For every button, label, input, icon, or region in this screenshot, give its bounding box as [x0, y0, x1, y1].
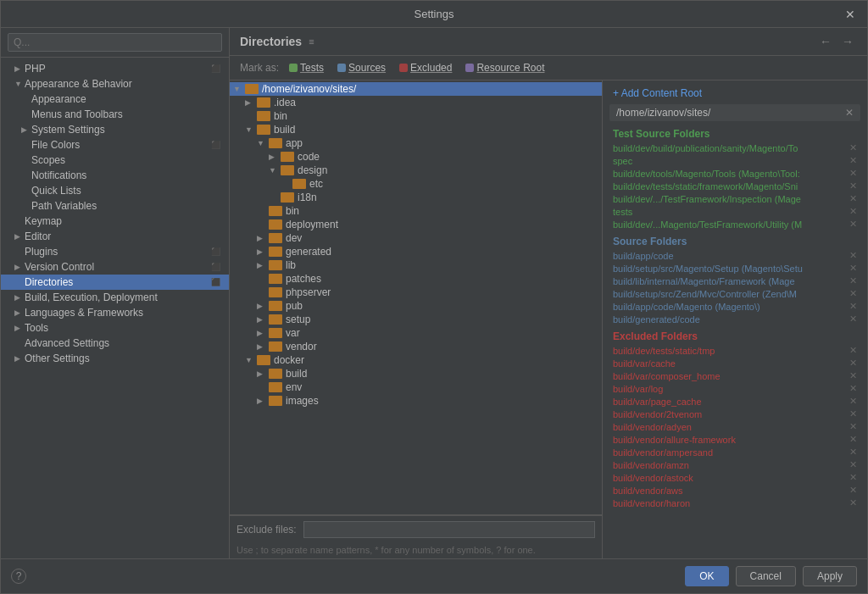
expand-chevron: ▶: [14, 354, 25, 363]
remove-folder-button[interactable]: ✕: [849, 250, 857, 261]
ok-button[interactable]: OK: [685, 566, 728, 586]
exclude-files-label: Exclude files:: [236, 524, 297, 536]
help-button[interactable]: ?: [11, 569, 26, 584]
file-tree-item[interactable]: ▼ app: [230, 136, 602, 150]
file-tree-item[interactable]: ▶ dev: [230, 231, 602, 245]
file-tree-item[interactable]: ▶ .idea: [230, 96, 602, 109]
apply-button[interactable]: Apply: [803, 566, 857, 586]
file-tree-item[interactable]: bin: [230, 109, 602, 123]
search-input[interactable]: [8, 33, 222, 52]
file-tree-item[interactable]: ▶ images: [230, 394, 602, 408]
remove-folder-button[interactable]: ✕: [849, 421, 857, 432]
remove-folder-button[interactable]: ✕: [849, 275, 857, 286]
file-tree-item[interactable]: ▶ vendor: [230, 340, 602, 353]
remove-folder-button[interactable]: ✕: [849, 383, 857, 394]
remove-folder-button[interactable]: ✕: [849, 447, 857, 458]
sidebar-item-advanced-settings[interactable]: Advanced Settings: [1, 336, 229, 351]
excluded-folder-item: build/vendor/2tvenom ✕: [606, 408, 864, 420]
remove-folder-button[interactable]: ✕: [849, 459, 857, 470]
sidebar-item-quick-lists[interactable]: Quick Lists: [1, 183, 229, 198]
sidebar-item-appearance-behavior[interactable]: ▼ Appearance & Behavior: [1, 76, 229, 92]
excluded-folder-item: build/vendor/aws ✕: [606, 484, 864, 497]
file-tree-item[interactable]: ▶ build: [230, 367, 602, 380]
close-button[interactable]: ✕: [842, 6, 859, 23]
remove-folder-button[interactable]: ✕: [849, 434, 857, 445]
mark-as-excluded-button[interactable]: Excluded: [396, 61, 455, 75]
remove-folder-button[interactable]: ✕: [849, 193, 857, 204]
sidebar-item-editor[interactable]: ▶ Editor: [1, 229, 229, 244]
panel-menu-icon[interactable]: ≡: [309, 36, 314, 47]
remove-folder-button[interactable]: ✕: [849, 288, 857, 299]
sidebar-item-menus-toolbars[interactable]: Menus and Toolbars: [1, 107, 229, 122]
file-tree-item[interactable]: ▶ pub: [230, 299, 602, 313]
source-folder-item: build/setup/src/Magento/Setup (Magento\S…: [606, 262, 864, 275]
mark-as-label: Mark as:: [240, 62, 279, 74]
nav-forward-button[interactable]: →: [838, 35, 857, 48]
expand-chevron: ▶: [269, 153, 281, 161]
file-tree-root[interactable]: ▼ /home/izivanov/sites/: [230, 82, 602, 96]
file-tree-item[interactable]: i18n: [230, 191, 602, 204]
remove-folder-button[interactable]: ✕: [849, 472, 857, 483]
remove-folder-button[interactable]: ✕: [849, 497, 857, 508]
remove-folder-button[interactable]: ✕: [849, 485, 857, 496]
folder-icon: [269, 260, 282, 270]
file-tree-item[interactable]: patches: [230, 272, 602, 286]
file-tree-item[interactable]: ▶ generated: [230, 245, 602, 258]
remove-folder-button[interactable]: ✕: [849, 314, 857, 325]
split-area: ▼ /home/izivanov/sites/ ▶ .idea: [230, 80, 867, 558]
sidebar-item-system-settings[interactable]: ▶ System Settings: [1, 122, 229, 137]
remove-folder-button[interactable]: ✕: [849, 219, 857, 230]
sidebar-item-notifications[interactable]: Notifications: [1, 168, 229, 183]
remove-folder-button[interactable]: ✕: [849, 396, 857, 407]
file-tree-item[interactable]: ▶ setup: [230, 313, 602, 326]
remove-folder-button[interactable]: ✕: [849, 142, 857, 153]
sidebar-item-build-exec-deploy[interactable]: ▶ Build, Execution, Deployment: [1, 290, 229, 305]
sidebar-item-appearance[interactable]: Appearance: [1, 92, 229, 107]
file-tree-item[interactable]: phpserver: [230, 286, 602, 299]
source-folder-item: build/setup/src/Zend/Mvc/Controller (Zen…: [606, 287, 864, 300]
sidebar-item-php[interactable]: ▶ PHP ⬛: [1, 61, 229, 76]
file-tree-item[interactable]: deployment: [230, 218, 602, 231]
mark-as-tests-button[interactable]: Tests: [286, 61, 327, 75]
sidebar-item-other-settings[interactable]: ▶ Other Settings: [1, 351, 229, 366]
remove-folder-button[interactable]: ✕: [849, 206, 857, 217]
file-item-label: var: [286, 327, 300, 339]
content-root-remove-button[interactable]: ✕: [845, 107, 854, 119]
sidebar-item-keymap[interactable]: Keymap: [1, 214, 229, 229]
file-tree-item[interactable]: etc: [230, 177, 602, 191]
remove-folder-button[interactable]: ✕: [849, 345, 857, 356]
mark-as-resource-root-button[interactable]: Resource Root: [462, 61, 548, 75]
file-tree-item[interactable]: ▼ docker: [230, 353, 602, 367]
sidebar-item-directories[interactable]: Directories ⬛: [1, 275, 229, 290]
sidebar-item-tools[interactable]: ▶ Tools: [1, 320, 229, 336]
cancel-button[interactable]: Cancel: [736, 566, 796, 586]
file-tree-item[interactable]: env: [230, 380, 602, 394]
remove-folder-button[interactable]: ✕: [849, 370, 857, 381]
sidebar-item-languages-frameworks[interactable]: ▶ Languages & Frameworks: [1, 305, 229, 320]
sidebar-item-file-colors[interactable]: File Colors ⬛: [1, 137, 229, 153]
file-tree-item[interactable]: bin: [230, 204, 602, 218]
mark-as-sources-button[interactable]: Sources: [334, 61, 389, 75]
remove-folder-button[interactable]: ✕: [849, 301, 857, 312]
remove-folder-button[interactable]: ✕: [849, 168, 857, 179]
remove-folder-button[interactable]: ✕: [849, 358, 857, 369]
folder-icon: [257, 111, 270, 121]
remove-folder-button[interactable]: ✕: [849, 263, 857, 274]
add-content-root-button[interactable]: + Add Content Root: [606, 84, 864, 103]
sidebar-item-plugins[interactable]: Plugins ⬛: [1, 244, 229, 259]
source-folder-item: build/app/code/Magento (Magento\) ✕: [606, 300, 864, 313]
sidebar-item-scopes[interactable]: Scopes: [1, 153, 229, 168]
file-tree-item[interactable]: ▶ lib: [230, 258, 602, 272]
sidebar-item-path-variables[interactable]: Path Variables: [1, 198, 229, 214]
sidebar-item-version-control[interactable]: ▶ Version Control ⬛: [1, 259, 229, 275]
file-tree-item[interactable]: ▼ design: [230, 164, 602, 177]
file-tree-item[interactable]: ▼ build: [230, 123, 602, 136]
file-tree-item[interactable]: ▶ code: [230, 150, 602, 164]
nav-back-button[interactable]: ←: [816, 35, 835, 48]
remove-folder-button[interactable]: ✕: [849, 155, 857, 166]
file-tree-item[interactable]: ▶ var: [230, 326, 602, 340]
remove-folder-button[interactable]: ✕: [849, 180, 857, 192]
exclude-files-input[interactable]: [303, 521, 595, 538]
sidebar-item-label: Plugins: [25, 246, 209, 258]
remove-folder-button[interactable]: ✕: [849, 408, 857, 419]
